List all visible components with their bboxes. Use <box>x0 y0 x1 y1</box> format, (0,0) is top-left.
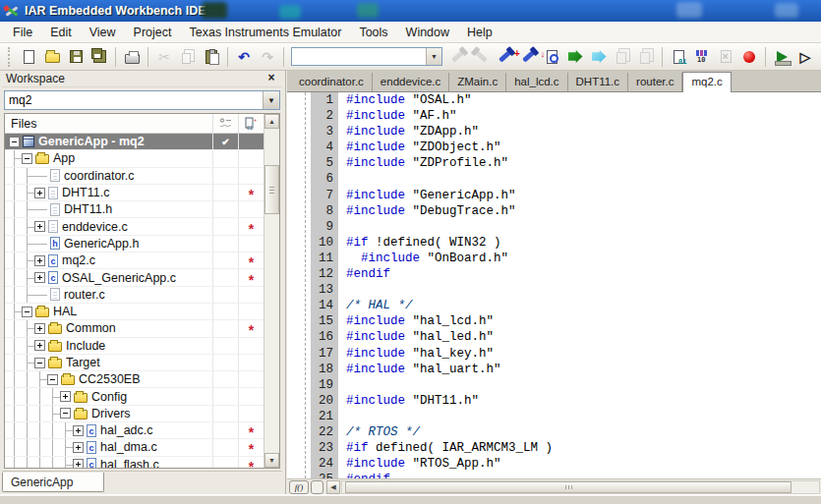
tree-item-hal-adc-c[interactable]: hal_adc.c* <box>5 422 264 439</box>
tree-item-target[interactable]: Target <box>5 355 264 371</box>
expand-plus-icon[interactable] <box>34 188 45 198</box>
cut-button[interactable]: ✂ <box>152 45 176 68</box>
line-content: #include "OSAL.h" <box>346 93 472 107</box>
tree-item-dht11-c[interactable]: DHT11.c* <box>5 185 264 201</box>
save-all-button[interactable] <box>88 45 111 68</box>
scroll-left-icon[interactable]: ◀ <box>326 480 340 494</box>
scroll-down-icon[interactable]: ▼ <box>264 453 279 468</box>
tree-branch-line <box>33 236 47 252</box>
horizontal-scrollbar-thumb[interactable] <box>345 481 792 493</box>
download-and-debug-button[interactable] <box>737 45 761 68</box>
workspace-scrollbar[interactable]: ▲ ▼ <box>264 114 279 468</box>
workspace-tab-genericapp[interactable]: GenericApp <box>2 473 104 492</box>
menu-help[interactable]: Help <box>458 24 501 41</box>
menu-window[interactable]: Window <box>397 24 458 41</box>
save-button[interactable] <box>64 45 88 68</box>
menu-project[interactable]: Project <box>125 24 181 41</box>
menu-edit[interactable]: Edit <box>41 24 81 41</box>
tree-item-app[interactable]: App <box>5 150 264 167</box>
expand-plus-icon[interactable] <box>73 425 84 436</box>
paste-button[interactable] <box>200 45 223 68</box>
configuration-dropdown[interactable]: mq2 ▼ <box>4 90 280 110</box>
editor-tab-enddevice-c[interactable]: enddevice.c <box>373 73 449 91</box>
collapse-minus-icon[interactable] <box>34 358 45 368</box>
open-file-button[interactable] <box>40 45 64 68</box>
redo-button[interactable]: ↷ <box>256 45 279 68</box>
menu-view[interactable]: View <box>81 24 125 41</box>
scrollbar-thumb[interactable] <box>264 165 279 214</box>
tree-item-main: HAL <box>5 304 212 319</box>
next-bookmark-button[interactable] <box>516 45 540 68</box>
editor-tab-coordinator-c[interactable]: coordinator.c <box>291 73 373 91</box>
editor-tab-zmain-c[interactable]: ZMain.c <box>449 73 506 91</box>
editor-tab-dht11-c[interactable]: DHT11.c <box>568 73 629 91</box>
tree-item-router-c[interactable]: router.c <box>5 287 264 304</box>
tree-item-mq2-c[interactable]: mq2.c* <box>5 252 264 269</box>
expand-plus-icon[interactable] <box>34 255 45 266</box>
collapse-minus-icon[interactable] <box>47 374 58 385</box>
attach-to-running-target-button[interactable]: ▷ <box>793 45 817 68</box>
tree-guide-line <box>8 201 21 217</box>
tree-item-hal[interactable]: HAL <box>5 304 264 320</box>
collapse-minus-icon[interactable] <box>9 137 20 147</box>
toggle-bookmark-button[interactable] <box>493 45 516 68</box>
tree-item-config[interactable]: Config <box>5 388 264 405</box>
tree-item-include[interactable]: Include <box>5 338 264 355</box>
expand-plus-icon[interactable] <box>34 272 45 283</box>
menu-file[interactable]: File <box>4 24 41 41</box>
horizontal-scrollbar[interactable] <box>341 480 820 494</box>
make-button[interactable] <box>563 45 587 68</box>
close-icon[interactable]: × <box>264 73 278 85</box>
copy-button[interactable] <box>176 45 200 68</box>
menu-texas-instruments-emulator[interactable]: Texas Instruments Emulator <box>180 24 350 41</box>
tree-item-genericapp-h[interactable]: GenericApp.h <box>5 236 264 252</box>
go-to-button[interactable] <box>540 45 563 68</box>
expand-plus-icon[interactable] <box>34 221 45 232</box>
find-previous-button[interactable] <box>445 45 469 68</box>
tree-item-genericapp-mq2[interactable]: GenericApp - mq2✔ <box>5 134 264 150</box>
menu-tools[interactable]: Tools <box>350 24 396 41</box>
editor-tab-hal-lcd-c[interactable]: hal_lcd.c <box>506 73 567 91</box>
expand-plus-icon[interactable] <box>73 459 84 468</box>
tree-item-coordinator-c[interactable]: coordinator.c <box>5 168 264 185</box>
expand-plus-icon[interactable] <box>73 442 84 453</box>
option-override-cell <box>212 185 238 200</box>
find-next-button[interactable] <box>469 45 493 68</box>
collapse-minus-icon[interactable] <box>22 153 32 164</box>
stop-build-button[interactable] <box>714 45 737 68</box>
tree-item-osal-genericapp-c[interactable]: OSAL_GenericApp.c* <box>5 269 264 286</box>
collapse-minus-icon[interactable] <box>22 307 32 317</box>
editor-tab-mq2-c[interactable]: mq2.c <box>682 72 731 92</box>
tree-item-dht11-h[interactable]: DHT11.h <box>5 201 264 218</box>
expand-plus-icon[interactable] <box>34 340 45 351</box>
debug-without-downloading-button[interactable] <box>770 45 793 68</box>
print-button[interactable] <box>120 45 144 68</box>
chevron-down-icon[interactable]: ▼ <box>263 91 279 109</box>
new-document-button[interactable] <box>17 45 40 68</box>
line-number: 14 <box>311 298 338 313</box>
bookmark-margin-button[interactable] <box>311 480 323 494</box>
tree-item-common[interactable]: Common* <box>5 320 264 337</box>
code-editor[interactable]: 1#include "OSAL.h"2#include "AF.h"3#incl… <box>287 92 821 478</box>
tree-item-drivers[interactable]: Drivers <box>5 406 264 422</box>
previous-location-button[interactable] <box>611 45 634 68</box>
collapse-minus-icon[interactable] <box>60 408 71 419</box>
editor-tab-router-c[interactable]: router.c <box>628 73 682 91</box>
chevron-down-icon[interactable]: ▼ <box>426 48 441 65</box>
download-button[interactable] <box>587 45 611 68</box>
function-list-button[interactable]: f() <box>289 480 309 494</box>
compile-button[interactable] <box>667 45 690 68</box>
quick-search-combo[interactable]: ▼ <box>291 47 442 66</box>
tree-item-hal-flash-c[interactable]: hal_flash.c* <box>5 457 264 468</box>
expand-plus-icon[interactable] <box>60 391 71 402</box>
scroll-up-icon[interactable]: ▲ <box>264 114 279 129</box>
next-location-button[interactable] <box>634 45 658 68</box>
tree-item-hal-dma-c[interactable]: hal_dma.c* <box>5 439 264 456</box>
tree-item-cc2530eb[interactable]: CC2530EB <box>5 371 264 388</box>
batch-build-button[interactable] <box>690 45 714 68</box>
keyword-token: #include <box>346 394 405 408</box>
expand-plus-icon[interactable] <box>34 323 45 334</box>
tree-item-enddevice-c[interactable]: enddevice.c* <box>5 218 264 235</box>
keyword-token: #include <box>346 330 405 344</box>
undo-button[interactable]: ↶ <box>232 45 256 68</box>
